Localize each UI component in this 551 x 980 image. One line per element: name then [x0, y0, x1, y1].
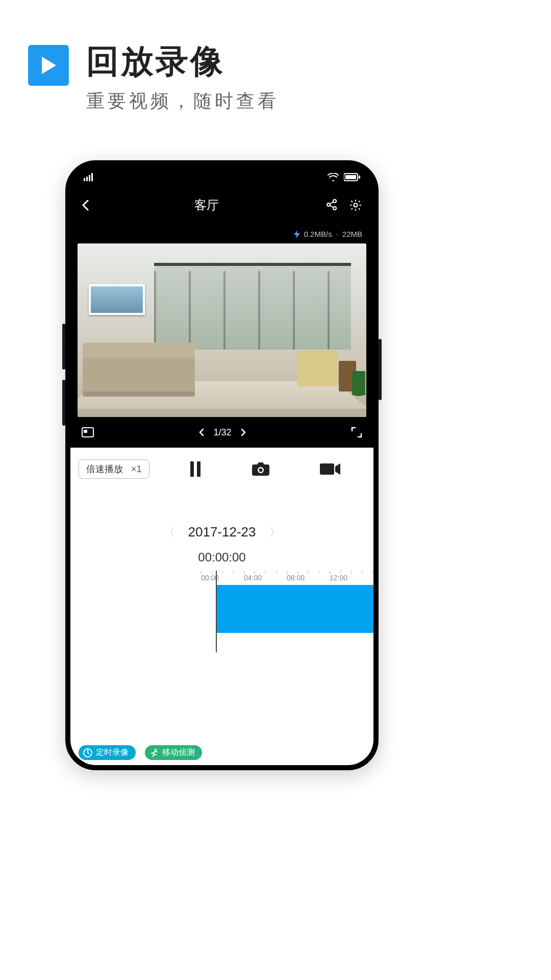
svg-point-10	[333, 207, 336, 210]
back-button[interactable]	[82, 200, 102, 211]
lightning-icon	[294, 230, 300, 238]
tick-2: 08:00	[287, 574, 330, 584]
svg-rect-17	[190, 461, 194, 477]
network-info: 0.2MB/s · 22MB	[70, 222, 373, 243]
svg-marker-14	[294, 230, 300, 238]
battery-icon	[344, 173, 360, 181]
date-next[interactable]: 〉	[269, 525, 281, 540]
playback-speed-button[interactable]: 倍速播放 ×1	[79, 459, 149, 479]
svg-line-11	[330, 202, 334, 204]
page-subtitle: 重要视频，随时查看	[86, 89, 279, 114]
play-ghost-decor	[520, 209, 551, 271]
record-button[interactable]	[320, 462, 340, 476]
date-prev[interactable]: 〈	[164, 525, 175, 540]
clock-icon	[83, 748, 93, 758]
svg-rect-6	[359, 176, 360, 179]
svg-rect-18	[197, 461, 201, 477]
speed-value: ×1	[131, 464, 142, 475]
fullscreen-icon[interactable]	[351, 427, 362, 438]
pager-next[interactable]	[241, 428, 246, 436]
net-sep: ·	[336, 230, 338, 238]
phone-screen: 客厅 0.2MB/s · 22MB	[70, 165, 373, 765]
legend-motion-label: 移动侦测	[162, 747, 195, 758]
legend-scheduled-label: 定时录像	[96, 747, 129, 758]
svg-point-8	[327, 203, 330, 206]
settings-icon[interactable]	[349, 199, 362, 212]
share-icon[interactable]	[325, 199, 338, 212]
wifi-icon	[328, 173, 339, 181]
svg-rect-16	[84, 430, 87, 432]
play-icon	[28, 45, 69, 86]
page-header: 回放录像 重要视频，随时查看	[28, 45, 279, 114]
video-feed[interactable]	[78, 243, 366, 417]
svg-line-12	[330, 206, 334, 208]
pager-text: 1/32	[213, 427, 231, 438]
pause-button[interactable]	[189, 461, 202, 477]
timeline-ticks: 00:00 04:00 08:00 12:00	[201, 574, 373, 584]
tick-1: 04:00	[244, 574, 287, 584]
svg-rect-1	[84, 178, 85, 181]
pager-prev[interactable]	[199, 428, 204, 436]
pager-bar: 1/32	[70, 417, 373, 448]
svg-marker-23	[335, 463, 340, 475]
tick-3: 12:00	[330, 574, 372, 584]
legend: 定时录像 移动侦测	[79, 745, 202, 760]
legend-motion[interactable]: 移动侦测	[145, 745, 202, 760]
date-selector: 〈 2017-12-23 〉	[79, 524, 365, 540]
app-header: 客厅	[70, 189, 373, 222]
running-icon	[149, 748, 159, 758]
svg-rect-2	[86, 177, 88, 181]
svg-point-9	[333, 200, 336, 203]
svg-rect-3	[89, 175, 90, 181]
date-value[interactable]: 2017-12-23	[188, 524, 256, 540]
svg-point-13	[354, 204, 358, 207]
svg-marker-0	[42, 57, 56, 74]
svg-point-25	[155, 749, 157, 751]
phone-mockup: 客厅 0.2MB/s · 22MB	[65, 160, 379, 770]
snapshot-button[interactable]	[252, 462, 270, 476]
controls-panel: 倍速播放 ×1 〈 2017-12-23	[70, 448, 373, 765]
speed-label: 倍速播放	[86, 463, 123, 475]
svg-rect-4	[91, 173, 93, 181]
legend-scheduled[interactable]: 定时录像	[79, 745, 136, 760]
timeline[interactable]: 00:00 04:00 08:00 12:00	[79, 571, 365, 657]
playhead[interactable]	[216, 571, 217, 652]
tick-0: 00:00	[201, 574, 244, 584]
camera-title: 客厅	[102, 197, 311, 213]
page-title: 回放录像	[86, 45, 279, 78]
status-bar	[70, 165, 373, 189]
signal-icon	[84, 173, 95, 181]
svg-point-21	[259, 469, 263, 472]
multi-view-icon[interactable]	[82, 427, 94, 437]
svg-rect-22	[320, 463, 334, 475]
recording-block[interactable]	[217, 585, 373, 633]
net-speed: 0.2MB/s	[304, 230, 332, 238]
svg-rect-7	[345, 175, 356, 179]
net-size: 22MB	[342, 230, 362, 238]
timecode: 00:00:00	[79, 550, 365, 565]
